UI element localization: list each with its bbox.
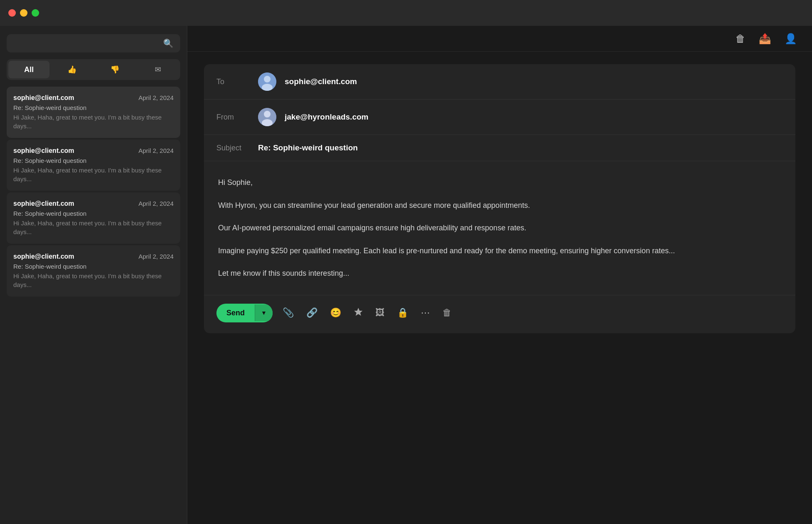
email-item-header: sophie@client.com April 2, 2024 (13, 253, 174, 260)
subject-label: Subject (216, 144, 250, 152)
close-button[interactable] (8, 9, 16, 17)
email-subject: Re: Sophie-weird question (13, 157, 174, 164)
titlebar (0, 0, 812, 26)
main-content: 🗑 📤 👤 To sophie@client.com (187, 26, 812, 524)
email-sender: sophie@client.com (13, 147, 74, 155)
filter-tab-thumbup[interactable]: 👍 (51, 61, 92, 78)
email-preview: Hi Jake, Haha, great to meet you. I'm a … (13, 166, 174, 183)
trash-icon[interactable]: 🗑 (440, 305, 454, 321)
from-address: jake@hyronleads.com (285, 112, 368, 122)
email-item-header: sophie@client.com April 2, 2024 (13, 200, 174, 207)
to-row: To sophie@client.com (204, 64, 795, 100)
subject-row: Subject Re: Sophie-weird question (204, 135, 795, 161)
email-body: Hi Sophie, With Hyron, you can streamlin… (204, 161, 795, 295)
to-avatar (258, 72, 276, 91)
from-avatar (258, 108, 276, 126)
email-subject: Re: Sophie-weird question (13, 104, 174, 111)
top-toolbar: 🗑 📤 👤 (187, 26, 812, 52)
forward-icon[interactable]: 📤 (756, 30, 774, 47)
sidebar: All inboxes 🔍 All 👍 👎 ✉ sophie@client.co… (0, 26, 187, 524)
list-item[interactable]: sophie@client.com April 2, 2024 Re: Soph… (7, 87, 180, 138)
email-date: April 2, 2024 (139, 200, 174, 207)
email-preview: Hi Jake, Haha, great to meet you. I'm a … (13, 272, 174, 289)
body-paragraph2: Our AI-powered personalized email campai… (218, 222, 781, 235)
delete-icon[interactable]: 🗑 (733, 30, 748, 47)
user-icon[interactable]: 👤 (782, 30, 800, 47)
email-preview: Hi Jake, Haha, great to meet you. I'm a … (13, 219, 174, 236)
email-sender: sophie@client.com (13, 94, 74, 102)
send-button-group[interactable]: Send ▼ (216, 304, 273, 322)
filter-tab-thumbdown[interactable]: 👎 (94, 61, 136, 78)
email-card: To sophie@client.com From (204, 64, 795, 333)
list-item[interactable]: sophie@client.com April 2, 2024 Re: Soph… (7, 245, 180, 297)
lock-icon[interactable]: 🔒 (395, 305, 411, 321)
to-label: To (216, 77, 250, 86)
email-subject: Re: Sophie-weird question (13, 263, 174, 270)
body-paragraph3: Imagine paying $250 per qualified meetin… (218, 245, 781, 257)
compose-toolbar: Send ▼ 📎 🔗 😊 🖼 🔒 ⋯ 🗑 (204, 295, 795, 333)
email-sender: sophie@client.com (13, 253, 74, 260)
list-item[interactable]: sophie@client.com April 2, 2024 Re: Soph… (7, 192, 180, 244)
list-item[interactable]: sophie@client.com April 2, 2024 Re: Soph… (7, 140, 180, 191)
body-paragraph1: With Hyron, you can streamline your lead… (218, 199, 781, 212)
svg-marker-6 (354, 308, 363, 316)
svg-point-4 (264, 111, 271, 117)
email-subject: Re: Sophie-weird question (13, 210, 174, 217)
maximize-button[interactable] (32, 9, 39, 17)
email-sender: sophie@client.com (13, 200, 74, 207)
minimize-button[interactable] (20, 9, 27, 17)
traffic-lights (8, 9, 39, 17)
emoji-icon[interactable]: 😊 (328, 305, 344, 321)
email-date: April 2, 2024 (139, 94, 174, 102)
search-icon[interactable]: 🔍 (163, 38, 174, 48)
ai-icon[interactable] (351, 304, 365, 321)
from-label: From (216, 113, 250, 122)
send-button[interactable]: Send (216, 304, 255, 322)
app-container: All inboxes 🔍 All 👍 👎 ✉ sophie@client.co… (0, 26, 812, 524)
image-icon[interactable]: 🖼 (373, 305, 387, 321)
from-row: From jake@hyronleads.com (204, 100, 795, 135)
email-preview: Hi Jake, Haha, great to meet you. I'm a … (13, 113, 174, 130)
email-list: sophie@client.com April 2, 2024 Re: Soph… (7, 87, 180, 297)
email-item-header: sophie@client.com April 2, 2024 (13, 94, 174, 102)
body-greeting: Hi Sophie, (218, 176, 781, 189)
search-input[interactable]: All inboxes (13, 39, 159, 48)
attachment-icon[interactable]: 📎 (280, 305, 296, 321)
to-address: sophie@client.com (285, 77, 357, 86)
search-bar[interactable]: All inboxes 🔍 (7, 34, 180, 52)
email-detail: To sophie@client.com From (187, 52, 812, 524)
email-date: April 2, 2024 (139, 147, 174, 155)
email-item-header: sophie@client.com April 2, 2024 (13, 147, 174, 155)
filter-tab-mail[interactable]: ✉ (137, 61, 179, 78)
send-dropdown-button[interactable]: ▼ (255, 304, 273, 321)
body-paragraph4: Let me know if this sounds interesting..… (218, 267, 781, 280)
email-date: April 2, 2024 (139, 253, 174, 260)
link-icon[interactable]: 🔗 (304, 305, 320, 321)
subject-value: Re: Sophie-weird question (258, 143, 358, 152)
filter-tabs: All 👍 👎 ✉ (7, 59, 180, 80)
more-icon[interactable]: ⋯ (418, 305, 432, 321)
filter-tab-all[interactable]: All (8, 61, 50, 78)
svg-point-1 (264, 76, 271, 82)
